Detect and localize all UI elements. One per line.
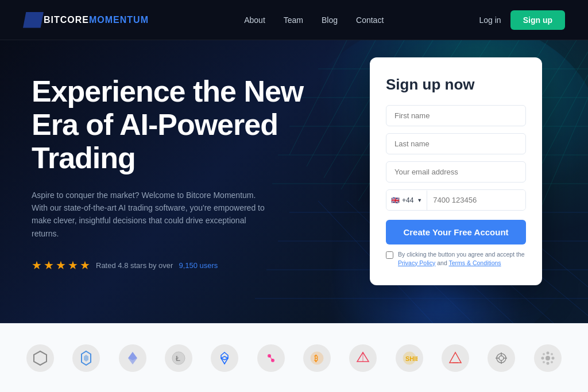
svg-text:Ł: Ł xyxy=(176,354,180,363)
rating-count: 9,150 users xyxy=(179,261,218,270)
logo-text-momentum: MOMENTUM xyxy=(89,15,149,25)
svg-point-63 xyxy=(541,356,544,359)
hero-subtext: Aspire to conquer the market? Welcome to… xyxy=(32,189,273,240)
svg-text:₿: ₿ xyxy=(314,354,318,363)
polkadot-icon xyxy=(534,344,562,372)
chainlink-icon xyxy=(72,344,100,372)
svg-line-45 xyxy=(269,356,273,360)
navbar: BITCORE MOMENTUM About Team Blog Contact… xyxy=(0,0,588,40)
uniswap-icon xyxy=(257,344,285,372)
logo-shape xyxy=(23,12,44,28)
litecoin-icon: Ł xyxy=(165,344,192,372)
email-input[interactable] xyxy=(386,161,526,183)
star-2: ★ xyxy=(44,258,54,272)
phone-code: +44 xyxy=(402,196,413,204)
svg-point-61 xyxy=(546,351,549,354)
first-name-input[interactable] xyxy=(386,105,526,126)
last-name-group xyxy=(386,133,526,154)
star-1: ★ xyxy=(32,258,42,272)
shib-icon: SHIB xyxy=(396,344,423,372)
svg-marker-36 xyxy=(34,351,47,365)
signup-title: Sign up now xyxy=(386,76,526,94)
star-rating: ★ ★ ★ ★ ★ xyxy=(32,258,90,272)
fantom-icon xyxy=(211,344,238,372)
svg-point-68 xyxy=(551,361,553,363)
phone-flag-selector[interactable]: 🇬🇧 +44 ▼ xyxy=(386,191,427,210)
svg-marker-52 xyxy=(450,352,461,363)
hero-content: Experience the New Era of AI-Powered Tra… xyxy=(0,40,310,272)
tron-icon xyxy=(349,344,377,372)
terms-row: By clicking the button you agree and acc… xyxy=(386,250,526,267)
crypto-bar: Ł ₿ SHIB xyxy=(0,323,588,392)
svg-point-62 xyxy=(546,362,549,364)
chainlink2-icon xyxy=(488,344,515,372)
phone-input[interactable] xyxy=(427,190,526,210)
logo: BITCORE MOMENTUM xyxy=(23,12,149,28)
terms-checkbox[interactable] xyxy=(386,251,393,259)
last-name-input[interactable] xyxy=(386,133,526,154)
star-4: ★ xyxy=(68,258,78,272)
bitcoin-icon: ₿ xyxy=(303,344,331,372)
star-5: ★ xyxy=(80,258,90,272)
privacy-policy-link[interactable]: Privacy Policy xyxy=(398,259,435,266)
nav-about[interactable]: About xyxy=(244,15,265,25)
hero-headline: Experience the New Era of AI-Powered Tra… xyxy=(32,75,310,175)
nav-contact[interactable]: Contact xyxy=(356,15,384,25)
nav-actions: Log in Sign up xyxy=(479,10,565,30)
svg-text:SHIB: SHIB xyxy=(405,355,417,362)
rating-text: Rated 4.8 stars by over xyxy=(96,261,173,270)
phone-row: 🇬🇧 +44 ▼ xyxy=(386,189,526,211)
svg-point-60 xyxy=(546,356,550,360)
login-button[interactable]: Log in xyxy=(479,15,501,25)
signup-card: Sign up now 🇬🇧 +44 ▼ Create Your Free Ac… xyxy=(370,57,542,285)
nav-blog[interactable]: Blog xyxy=(322,15,338,25)
star-3: ★ xyxy=(56,258,66,272)
email-group xyxy=(386,161,526,183)
flag-emoji: 🇬🇧 xyxy=(391,196,400,204)
create-account-button[interactable]: Create Your Free Account xyxy=(386,220,526,244)
avax-icon xyxy=(442,344,469,372)
nav-team[interactable]: Team xyxy=(284,15,303,25)
terms-conditions-link[interactable]: Terms & Conditions xyxy=(449,259,501,266)
phone-group: 🇬🇧 +44 ▼ xyxy=(386,189,526,211)
svg-point-66 xyxy=(551,353,553,355)
svg-point-67 xyxy=(543,361,545,363)
signup-button[interactable]: Sign up xyxy=(510,10,565,30)
svg-point-55 xyxy=(499,356,504,360)
logo-text-bitcore: BITCORE xyxy=(44,15,89,25)
hex-icon xyxy=(26,344,54,372)
hero-section: Experience the New Era of AI-Powered Tra… xyxy=(0,40,588,323)
ethereum-icon xyxy=(119,344,146,372)
svg-marker-38 xyxy=(84,355,88,362)
nav-links: About Team Blog Contact xyxy=(244,15,384,25)
first-name-group xyxy=(386,105,526,126)
svg-point-65 xyxy=(543,353,545,355)
terms-text: By clicking the button you agree and acc… xyxy=(398,250,526,267)
hero-rating: ★ ★ ★ ★ ★ Rated 4.8 stars by over 9,150 … xyxy=(32,258,310,272)
chevron-down-icon: ▼ xyxy=(417,197,422,203)
svg-point-64 xyxy=(551,356,554,359)
